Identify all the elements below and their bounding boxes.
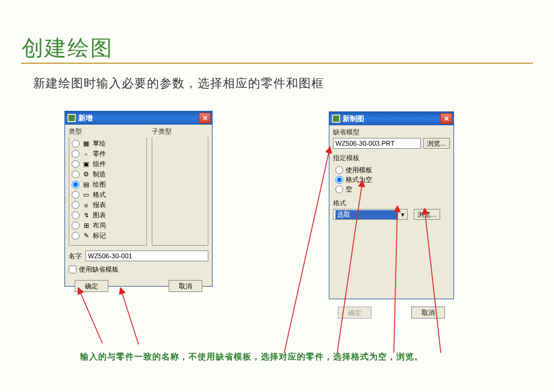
- chevron-down-icon: ▾: [397, 210, 407, 219]
- template-option-empty[interactable]: 空: [335, 184, 450, 194]
- name-label: 名字: [69, 252, 82, 261]
- type-option-chart[interactable]: ↯图表: [69, 210, 146, 220]
- dialog-titlebar: 新制图 ✕: [329, 112, 453, 125]
- format-combobox[interactable]: 选取 ▾: [333, 209, 408, 220]
- type-option-format[interactable]: ▭格式: [69, 190, 146, 200]
- svg-line-2: [284, 147, 330, 353]
- close-button[interactable]: ✕: [440, 113, 452, 124]
- type-option-report[interactable]: ≡报表: [69, 200, 146, 210]
- app-icon: [67, 114, 76, 122]
- browse-format-button[interactable]: 浏览...: [414, 209, 440, 220]
- dialog-title: 新制图: [343, 114, 440, 124]
- slide-subtitle: 新建绘图时输入必要的参数，选择相应的零件和图框: [33, 75, 324, 92]
- format-label: 格式: [333, 199, 450, 208]
- type-option-assembly[interactable]: ▣组件: [69, 159, 146, 169]
- template-option-format-empty[interactable]: 格式为空: [335, 175, 450, 184]
- new-dialog: 新增 ✕ 类型 子类型 ▦草绘 ▫零件 ▣组件 ⚙制造 ▤绘图 ▭格式 ≡报表 …: [64, 111, 213, 287]
- chart-icon: ↯: [82, 211, 90, 220]
- assembly-icon: ▣: [82, 160, 90, 169]
- new-drawing-dialog: 新制图 ✕ 缺省模型 浏览... 指定模板 使用模板 格式为空 空 格式 选取 …: [329, 111, 454, 299]
- dialog-title: 新增: [78, 113, 199, 123]
- sketch-icon: ▦: [82, 140, 90, 148]
- ok-button[interactable]: 确定: [338, 306, 372, 319]
- markup-icon: ✎: [82, 232, 90, 240]
- type-label: 类型: [69, 127, 147, 136]
- svg-line-0: [78, 288, 102, 343]
- type-option-part[interactable]: ▫零件: [69, 149, 146, 159]
- ok-button[interactable]: 确定: [75, 280, 108, 292]
- cancel-button[interactable]: 取消: [411, 306, 445, 319]
- report-icon: ≡: [82, 201, 90, 210]
- type-option-sketch[interactable]: ▦草绘: [69, 138, 146, 149]
- type-option-drawing[interactable]: ▤绘图: [69, 179, 146, 190]
- default-model-input[interactable]: [333, 138, 421, 149]
- browse-model-button[interactable]: 浏览...: [423, 138, 450, 149]
- app-icon: [332, 114, 340, 123]
- format-icon: ▭: [82, 191, 90, 199]
- default-template-label: 使用缺省模板: [79, 265, 119, 274]
- layout-icon: ⊞: [82, 222, 90, 230]
- part-icon: ▫: [82, 150, 90, 158]
- dialog-titlebar: 新增 ✕: [65, 111, 212, 125]
- subtype-label: 子类型: [152, 127, 172, 136]
- type-option-mfg[interactable]: ⚙制造: [69, 169, 146, 179]
- title-underline: [21, 63, 533, 64]
- default-template-checkbox[interactable]: [69, 266, 76, 273]
- template-option-use[interactable]: 使用模板: [335, 165, 450, 175]
- template-group-label: 指定模板: [333, 154, 450, 163]
- close-button[interactable]: ✕: [199, 113, 211, 123]
- name-input[interactable]: [86, 250, 208, 261]
- annotation-text: 输入的与零件一致的名称，不使用缺省模板，选择对应的零件，选择格式为空，浏览。: [80, 352, 423, 362]
- type-list: ▦草绘 ▫零件 ▣组件 ⚙制造 ▤绘图 ▭格式 ≡报表 ↯图表 ⊞布局 ✎标记: [69, 137, 147, 246]
- svg-line-1: [120, 288, 138, 344]
- slide-title: 创建绘图: [22, 34, 113, 63]
- default-model-label: 缺省模型: [333, 128, 450, 137]
- template-radio-group: 使用模板 格式为空 空: [333, 165, 450, 194]
- cancel-button[interactable]: 取消: [169, 280, 202, 292]
- drawing-icon: ▤: [82, 181, 90, 189]
- subtype-list: [152, 137, 208, 246]
- mfg-icon: ⚙: [82, 170, 90, 179]
- type-option-markup[interactable]: ✎标记: [69, 231, 146, 241]
- type-option-layout[interactable]: ⊞布局: [69, 220, 146, 231]
